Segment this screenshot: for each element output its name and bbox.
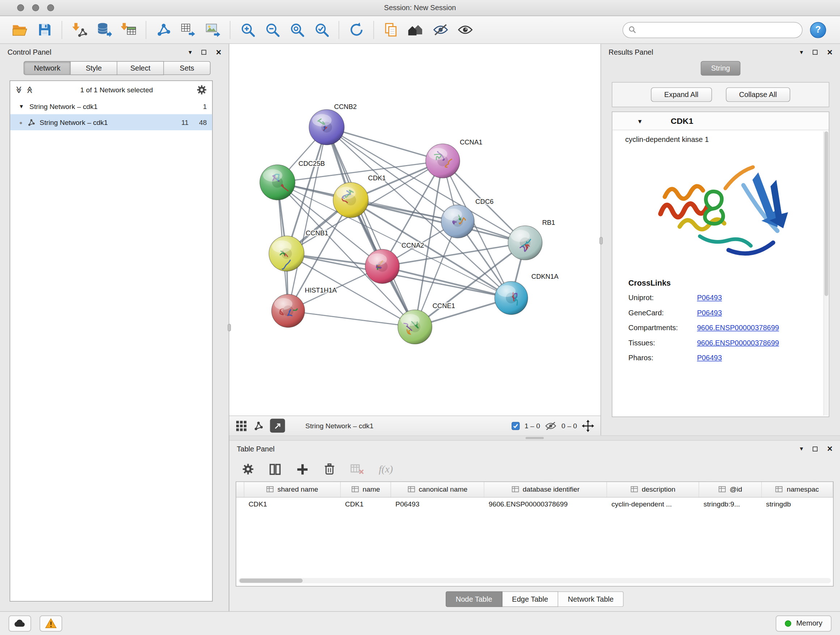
open-session-button[interactable] [8,18,32,42]
collapse-all-button[interactable]: Collapse All [726,87,790,102]
network-node-CCNB2[interactable] [309,110,344,145]
crosslink-link-tissues-[interactable]: 9606.ENSP00000378699 [697,339,813,347]
horizontal-splitter[interactable] [229,435,840,440]
cell-description[interactable]: cyclin-dependent ... [607,497,699,511]
cloud-status-button[interactable] [9,615,31,631]
network-canvas[interactable]: CCNB2CCNA1CDC25BCDK1CDC6RB1CCNB1CCNA2CDK… [229,44,600,415]
help-button[interactable]: ? [810,22,826,38]
crosslink-link-compartments-[interactable]: 9606.ENSP00000378699 [697,324,813,332]
minimize-window-icon[interactable] [32,4,39,11]
network-node-RB1[interactable] [508,226,542,260]
tab-style[interactable]: Style [71,61,117,75]
column-header-name[interactable]: name [340,482,391,497]
column-header-database-identifier[interactable]: database identifier [484,482,607,497]
float-panel-icon[interactable] [813,50,818,54]
column-header-description[interactable]: description [607,482,699,497]
cell--id[interactable]: stringdb:9... [699,497,761,511]
show-columns-icon[interactable] [269,463,281,475]
float-panel-icon[interactable] [202,50,206,54]
hide-graphics-button[interactable] [428,18,453,42]
control-panel-splitter-handle[interactable] [227,324,231,331]
panel-menu-icon[interactable]: ▾ [188,49,192,55]
navigator-toggle-button[interactable] [270,419,285,433]
network-node-HIST1H1A[interactable] [272,295,305,328]
search-input[interactable] [636,26,797,34]
collection-expand-icon[interactable]: ▼ [19,103,24,109]
tab-network-table[interactable]: Network Table [558,591,624,607]
zoom-selected-button[interactable] [309,18,333,42]
crosslink-link-genecard-[interactable]: P06493 [697,309,813,317]
cell-canonical-name[interactable]: P06493 [391,497,484,511]
network-node-CDC6[interactable] [441,205,474,238]
import-network-from-file-button[interactable] [67,18,92,42]
network-node-CDC25B[interactable] [260,165,295,200]
tab-node-table[interactable]: Node Table [446,591,502,607]
network-edge-HIST1H1A-CCNE1[interactable] [288,311,415,327]
network-collection-row[interactable]: ▼ String Network – cdk1 1 [10,98,212,114]
tab-edge-table[interactable]: Edge Table [502,591,558,607]
cell-database-identifier[interactable]: 9606.ENSP00000378699 [484,497,607,511]
network-view-icon[interactable] [253,421,264,431]
cell-namespac[interactable]: stringdb [761,497,833,511]
network-edge-CCNB2-CCNE1[interactable] [327,127,415,327]
import-network-from-database-button[interactable] [92,18,116,42]
panel-menu-icon[interactable]: ▾ [800,49,803,55]
clone-document-button[interactable] [379,18,403,42]
cell-name[interactable]: CDK1 [340,497,391,511]
network-node-CDK1[interactable] [333,182,369,218]
network-options-gear-icon[interactable] [196,84,207,95]
tab-string[interactable]: String [701,61,741,76]
network-node-CCNA1[interactable] [426,144,460,178]
delete-trash-icon[interactable] [324,463,335,476]
tab-sets[interactable]: Sets [164,61,210,75]
tab-select[interactable]: Select [117,61,164,75]
column-header-shared-name[interactable]: shared name [244,482,340,497]
table-settings-gear-icon[interactable] [242,463,254,475]
close-panel-icon[interactable]: × [827,48,833,57]
network-node-CDKN1A[interactable] [494,281,528,315]
network-node-CCNE1[interactable] [398,310,432,344]
zoom-out-button[interactable] [260,18,284,42]
panel-menu-icon[interactable]: ▾ [800,446,803,452]
warnings-button[interactable] [40,615,62,631]
zoom-fit-button[interactable] [284,18,309,42]
gene-collapse-icon[interactable]: ▼ [637,118,643,124]
crosslink-link-pharos-[interactable]: P06493 [697,354,813,362]
column-header-canonical-name[interactable]: canonical name [391,482,484,497]
collapse-all-networks-icon[interactable]: ≪ [26,86,34,93]
pan-tool-icon[interactable] [582,420,594,432]
add-column-plus-icon[interactable] [296,463,309,475]
grid-view-icon[interactable] [236,420,247,431]
close-window-icon[interactable] [17,4,24,11]
network-edge-CDK1-RB1[interactable] [351,200,525,242]
float-panel-icon[interactable] [813,447,818,451]
save-session-button[interactable] [32,18,57,42]
column-header--id[interactable]: @id [699,482,761,497]
expand-all-button[interactable]: Expand All [651,87,712,102]
export-image-button[interactable] [201,18,225,42]
show-graphics-button[interactable] [453,18,477,42]
network-row[interactable]: ● String Network – cdk1 11 48 [10,114,212,130]
close-panel-icon[interactable]: × [216,48,221,57]
close-panel-icon[interactable]: × [827,444,833,453]
export-network-button[interactable] [176,18,201,42]
network-results-splitter-handle[interactable] [600,237,603,245]
network-node-CCNA2[interactable] [365,249,399,284]
maximize-window-icon[interactable] [47,4,54,11]
table-row[interactable]: CDK1CDK1P064939606.ENSP00000378699cyclin… [236,497,833,511]
network-edge-CCNB2-HIST1H1A[interactable] [288,127,326,310]
refresh-button[interactable] [344,18,369,42]
column-header-namespac[interactable]: namespac [761,482,833,497]
network-edge-CCNB2-CCNA1[interactable] [327,127,443,161]
table-scrollbar-thumb[interactable] [240,578,303,583]
new-network-from-selection-button[interactable] [151,18,176,42]
import-table-button[interactable] [116,18,141,42]
network-node-CCNB1[interactable] [269,236,304,272]
expand-all-networks-icon[interactable]: ≫ [15,86,23,93]
results-scrollbar-thumb[interactable] [824,131,828,296]
selected-checkbox[interactable] [512,422,519,430]
memory-button[interactable]: Memory [776,615,832,631]
zoom-in-button[interactable] [235,18,260,42]
cell-shared-name[interactable]: CDK1 [244,497,340,511]
home-button[interactable] [403,18,428,42]
